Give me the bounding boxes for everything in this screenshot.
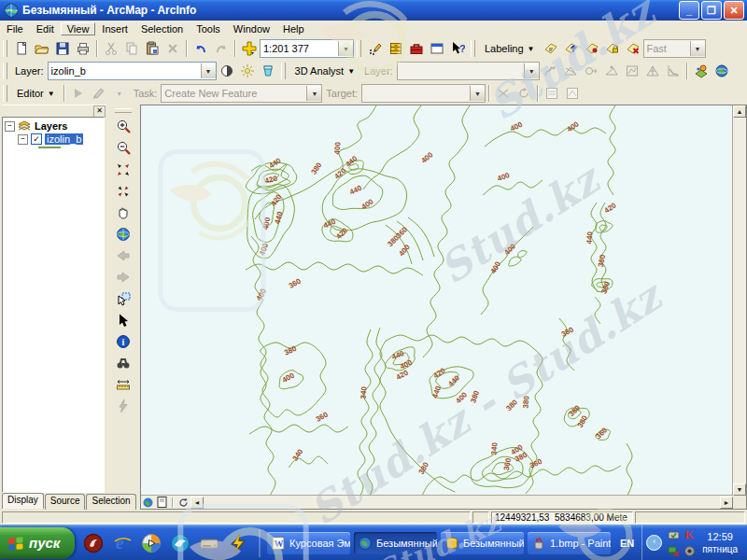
command-line-button[interactable] bbox=[427, 39, 447, 58]
3d-analyst-menu-button[interactable]: 3D Analyst ▼ bbox=[289, 63, 361, 78]
scroll-up-icon[interactable]: ▲ bbox=[733, 105, 746, 118]
layer-visibility-checkbox[interactable]: ✓ bbox=[31, 133, 42, 145]
tray-chevron-icon[interactable]: ‹ bbox=[646, 535, 662, 551]
transparency-button[interactable] bbox=[258, 62, 278, 80]
editor-toolbar-toggle-button[interactable] bbox=[365, 39, 386, 58]
whats-this-button[interactable]: ? bbox=[447, 39, 468, 58]
data-view-button[interactable] bbox=[141, 497, 155, 509]
sketch-properties-button[interactable] bbox=[562, 84, 583, 103]
redo-button[interactable] bbox=[211, 39, 232, 58]
toc-layer-label[interactable]: izolin_b bbox=[45, 133, 83, 145]
label-manager-button[interactable] bbox=[541, 39, 561, 58]
label-priority-button[interactable] bbox=[561, 39, 582, 58]
fixed-zoom-in-button[interactable] bbox=[112, 159, 134, 180]
sketch-tool-dropdown[interactable]: ▼ bbox=[109, 84, 130, 103]
toc-root-row[interactable]: − Layers bbox=[5, 120, 102, 132]
sketch-tool-button[interactable] bbox=[89, 84, 109, 103]
scroll-left-icon[interactable]: ◄ bbox=[190, 497, 204, 509]
drive-quicklaunch-icon[interactable] bbox=[198, 532, 220, 554]
editor-menu-button[interactable]: Editor ▼ bbox=[11, 86, 61, 101]
pause-labeling-button[interactable] bbox=[623, 39, 643, 58]
map-scale-combo[interactable]: 1:201 377 ▼ bbox=[260, 39, 354, 58]
close-button[interactable]: ✕ bbox=[724, 1, 744, 20]
toolbar-grip[interactable] bbox=[3, 40, 7, 57]
line-of-sight-button[interactable] bbox=[560, 62, 581, 80]
scroll-down-icon[interactable]: ▼ bbox=[733, 483, 746, 496]
toolbar-grip[interactable] bbox=[357, 40, 361, 57]
taskbar-item-paint[interactable]: 1.bmp - Paint bbox=[528, 532, 611, 554]
attributes-button[interactable] bbox=[542, 84, 562, 103]
select-features-button[interactable] bbox=[112, 287, 134, 309]
pan-button[interactable] bbox=[112, 202, 134, 223]
create-tin-button[interactable] bbox=[642, 62, 663, 80]
scale-dropdown-arrow-icon[interactable]: ▼ bbox=[338, 41, 353, 56]
measure-button[interactable] bbox=[112, 373, 134, 395]
fixed-zoom-out-button[interactable] bbox=[112, 180, 134, 202]
refresh-view-button[interactable] bbox=[176, 497, 190, 509]
layer-line-symbol[interactable] bbox=[38, 147, 61, 148]
tray-kaspersky-icon[interactable]: K bbox=[682, 527, 697, 542]
tray-network-error-icon[interactable] bbox=[666, 543, 681, 558]
copy-button[interactable] bbox=[121, 39, 142, 58]
toolbar-grip[interactable] bbox=[281, 63, 286, 79]
tab-display[interactable]: Display bbox=[2, 493, 44, 509]
menu-insert[interactable]: Insert bbox=[95, 22, 134, 35]
full-extent-button[interactable] bbox=[112, 223, 134, 245]
cut-button[interactable] bbox=[101, 39, 121, 58]
arccatalog-button[interactable] bbox=[386, 39, 406, 58]
winamp-quicklaunch-icon[interactable] bbox=[227, 532, 249, 554]
menu-tools[interactable]: Tools bbox=[190, 22, 227, 35]
edit-tool-button[interactable] bbox=[68, 84, 89, 103]
toolbar-grip[interactable] bbox=[3, 63, 7, 79]
effects-layer-arrow-icon[interactable]: ▼ bbox=[201, 63, 216, 78]
find-button[interactable] bbox=[112, 352, 134, 373]
interpolate-line-button[interactable] bbox=[540, 62, 560, 80]
split-tool-button[interactable] bbox=[493, 84, 514, 103]
arcscene-button[interactable] bbox=[691, 62, 712, 80]
brightness-button[interactable] bbox=[237, 62, 258, 80]
taskbar-clock[interactable]: 12:59 пятница bbox=[702, 531, 747, 555]
lock-labels-button[interactable] bbox=[602, 39, 623, 58]
start-button[interactable]: пуск bbox=[0, 527, 75, 559]
tab-source[interactable]: Source bbox=[45, 494, 86, 510]
label-weight-button[interactable] bbox=[582, 39, 602, 58]
zoom-out-button[interactable] bbox=[112, 137, 134, 159]
taskbar-item-kursovaya[interactable]: W Курсовая Эм... bbox=[267, 532, 350, 554]
toolbar-grip[interactable] bbox=[471, 40, 475, 57]
save-button[interactable] bbox=[52, 39, 73, 58]
effects-layer-combo[interactable]: izolin_b ▼ bbox=[48, 62, 217, 80]
menu-edit[interactable]: Edit bbox=[30, 22, 61, 35]
nero-quicklaunch-icon[interactable] bbox=[82, 532, 105, 554]
minimize-button[interactable]: _ bbox=[679, 1, 699, 20]
messenger-quicklaunch-icon[interactable] bbox=[169, 532, 191, 554]
menu-selection[interactable]: Selection bbox=[134, 22, 190, 35]
language-indicator[interactable]: EN bbox=[620, 538, 634, 549]
select-elements-button[interactable] bbox=[112, 309, 134, 330]
restore-button[interactable]: ❐ bbox=[701, 1, 722, 20]
menu-help[interactable]: Help bbox=[276, 22, 311, 35]
rotate-tool-button[interactable] bbox=[514, 84, 534, 103]
labeling-menu-button[interactable]: Labeling ▼ bbox=[479, 41, 541, 56]
steepest-path-button[interactable] bbox=[581, 62, 601, 80]
taskbar-item-arccatalog[interactable]: Безымянный ... bbox=[441, 532, 524, 554]
tray-agent-icon[interactable] bbox=[666, 527, 681, 542]
collapse-box-icon[interactable]: − bbox=[5, 121, 15, 132]
menu-window[interactable]: Window bbox=[227, 22, 276, 35]
menu-file[interactable]: File bbox=[0, 22, 30, 35]
contour-tool-button[interactable] bbox=[601, 62, 622, 80]
undo-button[interactable] bbox=[190, 39, 211, 58]
hyperlink-button[interactable] bbox=[112, 395, 134, 416]
go-back-extent-button[interactable] bbox=[112, 245, 134, 266]
toc-root-label[interactable]: Layers bbox=[35, 120, 67, 132]
toc-layer-row[interactable]: − ✓ izolin_b bbox=[18, 133, 102, 145]
toolbar-grip[interactable] bbox=[115, 108, 132, 113]
layout-view-button[interactable] bbox=[155, 497, 169, 509]
go-forward-extent-button[interactable] bbox=[112, 266, 134, 287]
contrast-button[interactable] bbox=[217, 62, 237, 80]
identify-button[interactable]: i bbox=[112, 330, 134, 352]
media-player-quicklaunch-icon[interactable] bbox=[140, 532, 162, 554]
vertical-scrollbar[interactable]: ▲ ▼ bbox=[732, 105, 746, 496]
zoom-in-button[interactable] bbox=[112, 116, 134, 137]
new-document-button[interactable] bbox=[11, 39, 32, 58]
open-button[interactable] bbox=[32, 39, 52, 58]
